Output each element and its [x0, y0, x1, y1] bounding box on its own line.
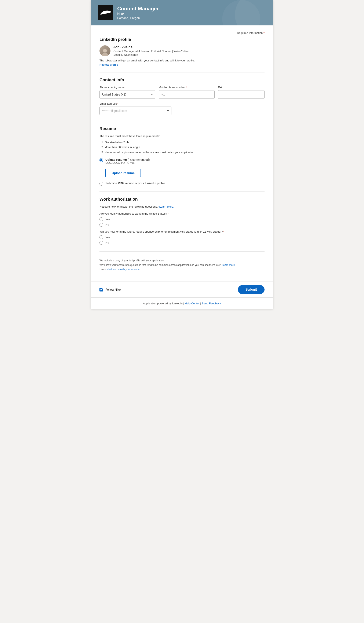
- help-center-link[interactable]: Help Center: [185, 302, 199, 305]
- question1-group: Are you legally authorized to work in th…: [100, 212, 264, 227]
- follow-checkbox[interactable]: [100, 288, 103, 291]
- company-logo: [98, 5, 113, 20]
- linkedin-pdf-option[interactable]: Submit a PDF version of your LinkedIn pr…: [100, 181, 264, 186]
- job-location: Portland, Oregon: [117, 16, 159, 20]
- q2-no-label[interactable]: No: [105, 241, 109, 245]
- profile-info: Jon Shields Content Manager at Jobscan |…: [113, 45, 189, 56]
- requirement-1: File size below 2mb: [104, 140, 264, 145]
- bottom-line2: We'll save your answers to questions tha…: [100, 263, 264, 267]
- phone-row: Phone country code* United States (+1) C…: [100, 86, 264, 99]
- footer-bar: Follow Nike Submit: [91, 282, 273, 297]
- review-profile-link[interactable]: Review profile: [100, 63, 118, 66]
- upload-resume-option[interactable]: Upload resume (Recommended) DOC, DOCX, P…: [100, 158, 264, 164]
- email-label: Email address*: [100, 102, 171, 105]
- required-note: Required Information *: [100, 31, 264, 35]
- avatar: [100, 45, 110, 56]
- question2-group: Will you now, or in the future, require …: [100, 230, 264, 245]
- requirements-list: File size below 2mb More than 30 words i…: [104, 140, 264, 155]
- bottom-line3: Learn what we do with your resume: [100, 267, 264, 271]
- job-title: Content Manager: [117, 6, 159, 12]
- upload-resume-radio[interactable]: [100, 158, 103, 162]
- learn-more-link-1[interactable]: Learn More.: [159, 205, 174, 208]
- q1-no-label[interactable]: No: [105, 223, 109, 226]
- divider-4: [100, 251, 264, 252]
- divider-2: [100, 121, 264, 121]
- header-text: Content Manager Nike Portland, Oregon: [117, 6, 159, 20]
- upload-resume-label-group: Upload resume (Recommended) DOC, DOCX, P…: [105, 158, 150, 164]
- work-auth-section: Work authorization Not sure how to answe…: [100, 197, 264, 245]
- linkedin-section-title: LinkedIn profile: [100, 37, 264, 42]
- resume-section: Resume The resume must meet these three …: [100, 126, 264, 186]
- work-auth-title: Work authorization: [100, 197, 264, 202]
- follow-label[interactable]: Follow Nike: [105, 288, 121, 291]
- phone-country-group: Phone country code* United States (+1) C…: [100, 86, 155, 99]
- profile-notice: The job poster will get an email with yo…: [100, 59, 264, 62]
- requirement-2: More than 30 words in length: [104, 145, 264, 150]
- submit-button[interactable]: Submit: [238, 285, 264, 294]
- linkedin-profile-section: LinkedIn profile Jon Shields Content Man…: [100, 37, 264, 66]
- q2-no-row[interactable]: No: [100, 241, 264, 245]
- company-name: Nike: [117, 12, 159, 16]
- q1-no-row[interactable]: No: [100, 223, 264, 227]
- email-select-wrapper: ••••••••@gmail.com ▼: [100, 107, 171, 115]
- auth-question-2: Will you now, or in the future, require …: [100, 230, 264, 233]
- q2-yes-row[interactable]: Yes: [100, 235, 264, 239]
- phone-country-label: Phone country code*: [100, 86, 155, 89]
- upload-formats: DOC, DOCX, PDF (2 MB): [105, 161, 150, 164]
- phone-mobile-input[interactable]: [159, 90, 215, 99]
- q2-no-radio[interactable]: [100, 241, 103, 245]
- auth-question-1: Are you legally authorized to work in th…: [100, 212, 264, 215]
- q1-no-radio[interactable]: [100, 223, 103, 227]
- phone-country-select-wrapper: United States (+1) Canada (+1) United Ki…: [100, 90, 155, 99]
- phone-country-select[interactable]: United States (+1) Canada (+1) United Ki…: [100, 90, 155, 99]
- follow-section: Follow Nike: [100, 288, 121, 291]
- profile-location: Seattle, Washington: [113, 53, 189, 56]
- auth-notice: Not sure how to answer the following que…: [100, 205, 264, 208]
- required-star: *: [263, 31, 264, 35]
- ext-label: Ext: [218, 86, 264, 89]
- profile-name: Jon Shields: [113, 45, 189, 49]
- main-content: Required Information * LinkedIn profile …: [91, 25, 273, 282]
- bottom-line1: We include a copy of your full profile w…: [100, 258, 264, 263]
- q1-yes-row[interactable]: Yes: [100, 217, 264, 221]
- upload-resume-button[interactable]: Upload resume: [105, 169, 141, 177]
- contact-section: Contact info Phone country code* United …: [100, 78, 264, 115]
- job-header: Content Manager Nike Portland, Oregon: [91, 0, 273, 25]
- linkedin-pdf-radio[interactable]: [100, 182, 103, 186]
- q2-yes-label[interactable]: Yes: [105, 236, 110, 239]
- ext-input[interactable]: [218, 90, 264, 99]
- page-footer: Application powered by LinkedIn | Help C…: [91, 297, 273, 309]
- linkedin-pdf-label[interactable]: Submit a PDF version of your LinkedIn pr…: [105, 181, 165, 185]
- profile-title: Content Manager at Jobscan | Editorial C…: [113, 50, 189, 53]
- q1-yes-radio[interactable]: [100, 217, 103, 221]
- ext-group: Ext: [218, 86, 264, 99]
- requirement-3: Name, email or phone number in the resum…: [104, 150, 264, 155]
- send-feedback-link[interactable]: Send Feedback: [202, 302, 221, 305]
- profile-card: Jon Shields Content Manager at Jobscan |…: [100, 45, 264, 56]
- q1-yes-label[interactable]: Yes: [105, 218, 110, 221]
- bottom-notice: We include a copy of your full profile w…: [100, 257, 264, 271]
- email-group: Email address* ••••••••@gmail.com ▼: [100, 102, 171, 115]
- email-select[interactable]: ••••••••@gmail.com: [100, 107, 171, 115]
- resume-section-title: Resume: [100, 126, 264, 131]
- upload-resume-label[interactable]: Upload resume (Recommended): [105, 158, 150, 161]
- resume-learn-link[interactable]: what we do with your resume: [107, 268, 140, 271]
- resume-requirements-intro: The resume must meet these three require…: [100, 134, 264, 138]
- contact-section-title: Contact info: [100, 78, 264, 82]
- q2-yes-radio[interactable]: [100, 235, 103, 239]
- learn-more-link-2[interactable]: Learn more: [222, 264, 235, 267]
- phone-mobile-group: Mobile phone number*: [159, 86, 215, 99]
- divider-1: [100, 72, 264, 72]
- phone-mobile-label: Mobile phone number*: [159, 86, 215, 89]
